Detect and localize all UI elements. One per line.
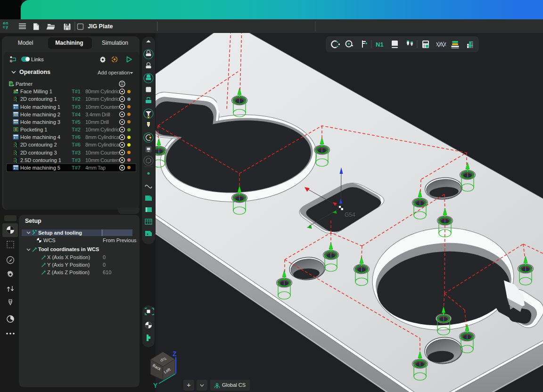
svg-text:N1: N1: [376, 41, 384, 48]
svg-text:Z: Z: [173, 350, 177, 358]
svg-text:G54: G54: [345, 212, 355, 218]
svg-text:Y: Y: [153, 382, 158, 389]
